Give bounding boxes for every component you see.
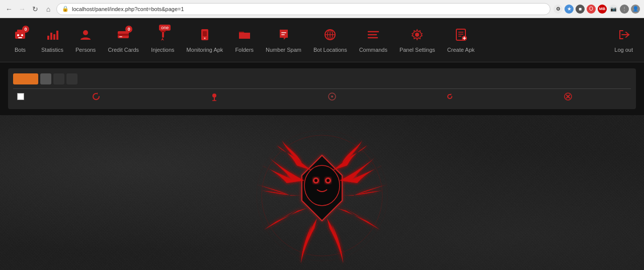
bots-label: Bots <box>15 47 26 53</box>
nav-bot-locations[interactable]: Bot Locations <box>307 24 353 57</box>
folders-label: Folders <box>235 47 254 53</box>
logout-icon <box>617 28 631 45</box>
nav-number-spam[interactable]: Number Spam <box>260 24 307 57</box>
home-button[interactable]: ⌂ <box>43 4 53 14</box>
nav-folders[interactable]: Folders <box>229 24 260 57</box>
action-location[interactable] <box>273 92 391 101</box>
logo <box>247 125 397 270</box>
credit-cards-icon: 0 <box>116 28 130 45</box>
svg-point-3 <box>21 34 23 36</box>
extensions-icon[interactable]: ⚙ <box>553 5 562 14</box>
logout-label: Log out <box>614 47 633 53</box>
svg-point-2 <box>17 34 19 36</box>
injections-label: Injections <box>151 47 174 53</box>
create-apk-label: Create Apk <box>447 47 474 53</box>
navbar: 0 Bots Statistics Persons <box>0 18 644 62</box>
bots-icon: 0 <box>13 28 27 45</box>
nav-monitoring-apk[interactable]: Monitoring Apk <box>181 24 229 57</box>
forward-button[interactable]: → <box>17 4 27 14</box>
browser-chrome: ← → ↻ ⌂ 🔒 localhost/panel/index.php?cont… <box>0 0 644 18</box>
nav-statistics[interactable]: Statistics <box>35 24 69 57</box>
svg-point-45 <box>304 165 340 206</box>
svg-point-36 <box>212 94 216 98</box>
nav-persons[interactable]: Persons <box>69 24 102 57</box>
panel-settings-label: Panel Settings <box>399 47 435 53</box>
addon-icon2[interactable]: ■ <box>576 5 585 14</box>
folders-icon <box>237 28 252 45</box>
svg-rect-8 <box>56 31 58 40</box>
nav-bots[interactable]: 0 Bots <box>5 24 35 57</box>
credit-cards-badge: 0 <box>125 26 132 33</box>
user-avatar[interactable]: 👤 <box>631 5 640 14</box>
bot-locations-icon <box>323 28 337 45</box>
browser-toolbar: ⚙ ★ ■ O MB 📷 ⋮ 👤 <box>553 5 640 14</box>
url-icon: 🔒 <box>62 6 69 12</box>
statistics-icon <box>45 28 59 45</box>
number-spam-label: Number Spam <box>266 47 301 53</box>
persons-icon <box>78 28 93 45</box>
svg-rect-7 <box>53 34 55 40</box>
create-apk-icon <box>454 28 468 45</box>
svg-rect-14 <box>160 31 166 32</box>
svg-rect-19 <box>281 34 285 35</box>
bots-badge: 0 <box>22 26 29 33</box>
svg-point-27 <box>415 33 419 37</box>
addon-icon6[interactable]: ⋮ <box>620 5 629 14</box>
number-spam-icon <box>277 28 291 45</box>
ctrl-btn-4[interactable] <box>66 73 77 84</box>
panel-settings-icon <box>410 28 424 45</box>
action-back[interactable] <box>391 92 509 101</box>
nav-commands[interactable]: Commands <box>353 24 393 57</box>
nav-panel-settings[interactable]: Panel Settings <box>393 24 441 57</box>
svg-point-17 <box>204 37 205 39</box>
persons-label: Persons <box>75 47 96 53</box>
nav-create-apk[interactable]: Create Apk <box>441 24 480 57</box>
svg-rect-12 <box>119 36 122 37</box>
addon-icon1[interactable]: ★ <box>565 5 574 14</box>
logout-button[interactable]: Log out <box>608 24 639 57</box>
action-stop[interactable] <box>509 92 627 101</box>
table-section <box>8 68 636 109</box>
svg-point-9 <box>83 30 88 35</box>
nav-injections[interactable]: one Injections <box>145 24 180 57</box>
url-text: localhost/panel/index.php?cont=bots&page… <box>72 6 184 12</box>
monitoring-apk-icon <box>198 28 212 45</box>
row-checkbox[interactable] <box>17 93 24 100</box>
action-refresh[interactable] <box>37 92 155 101</box>
addon-icon3[interactable]: O <box>587 5 596 14</box>
svg-rect-4 <box>18 37 22 38</box>
bot-locations-label: Bot Locations <box>313 47 347 53</box>
ctrl-btn-2[interactable] <box>40 73 51 84</box>
reload-button[interactable]: ↻ <box>30 4 40 14</box>
monitoring-apk-label: Monitoring Apk <box>187 47 223 53</box>
url-bar[interactable]: 🔒 localhost/panel/index.php?cont=bots&pa… <box>56 3 550 15</box>
commands-label: Commands <box>359 47 387 53</box>
svg-point-39 <box>331 96 333 98</box>
injections-badge: one <box>159 25 171 31</box>
back-button[interactable]: ← <box>4 4 14 14</box>
ctrl-btn-3[interactable] <box>53 73 64 84</box>
addon-icon4[interactable]: MB <box>598 5 607 14</box>
table-row <box>13 88 631 104</box>
action-pin[interactable] <box>155 92 273 101</box>
commands-icon <box>366 28 380 45</box>
table-controls <box>13 73 631 84</box>
checkbox-cell[interactable] <box>17 93 37 100</box>
svg-point-48 <box>314 179 317 182</box>
svg-rect-5 <box>47 36 49 40</box>
svg-rect-6 <box>50 33 52 40</box>
svg-rect-11 <box>118 34 129 36</box>
credit-cards-label: Credit Cards <box>108 47 139 53</box>
svg-rect-16 <box>203 31 207 36</box>
injections-icon: one <box>155 28 170 45</box>
background-section <box>0 115 644 270</box>
svg-rect-18 <box>281 32 286 33</box>
nav-credit-cards[interactable]: 0 Credit Cards <box>102 24 145 57</box>
statistics-label: Statistics <box>41 47 63 53</box>
svg-point-49 <box>327 179 330 182</box>
all-button[interactable] <box>13 73 38 84</box>
addon-icon5[interactable]: 📷 <box>609 5 618 14</box>
